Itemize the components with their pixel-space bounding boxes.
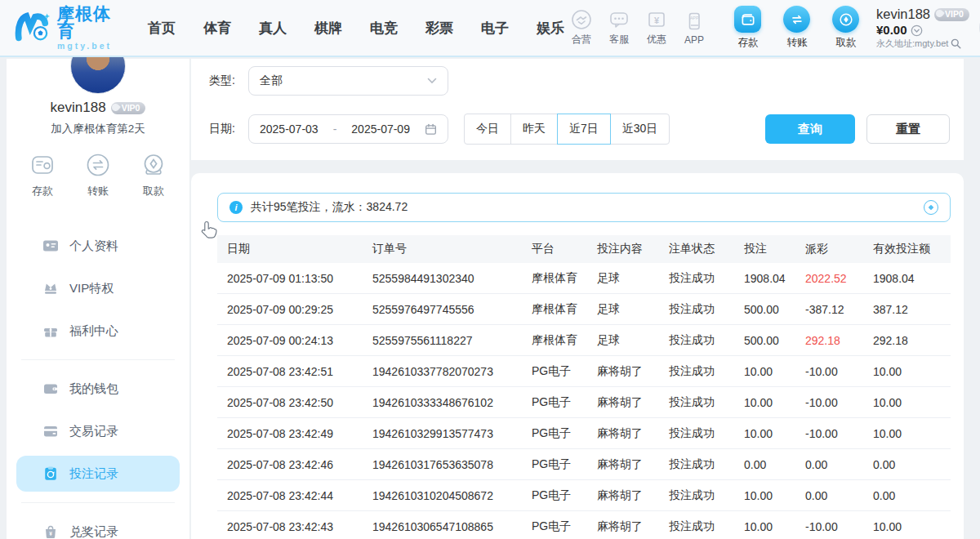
sidebar-withdraw-button[interactable]: 取款 xyxy=(139,150,168,198)
phone-icon: APP xyxy=(684,11,705,32)
cell-valid-bet: 292.18 xyxy=(873,334,941,347)
range-30days-button[interactable]: 近30日 xyxy=(610,114,670,145)
summary-bar: i 共计95笔投注，流水：3824.72 xyxy=(217,193,951,222)
sidebar-item-bet-records[interactable]: 投注记录 xyxy=(16,456,180,492)
nav-item-home[interactable]: 首页 xyxy=(148,19,176,38)
deposit-button[interactable]: 存款 xyxy=(729,6,767,50)
scroll-to-top-icon[interactable] xyxy=(924,200,938,215)
cell-valid-bet: 10.00 xyxy=(873,365,941,378)
magnifier-icon[interactable] xyxy=(951,38,961,49)
type-select-value: 全部 xyxy=(260,74,283,88)
sidebar: kevin188 VIP0 加入摩根体育第2天 存款 xyxy=(7,59,190,539)
reset-button[interactable]: 重置 xyxy=(866,114,950,144)
range-yesterday-button[interactable]: 昨天 xyxy=(510,114,558,145)
support-link[interactable]: 客服 xyxy=(602,9,636,47)
navbar-right: 合营 客服 ¥ 优惠 xyxy=(564,6,980,50)
nav-item-casino[interactable]: 娱乐 xyxy=(537,19,564,38)
gift-bag-icon: ¥ xyxy=(42,523,59,539)
nav-item-esports[interactable]: 电竞 xyxy=(370,19,398,38)
nav-item-lottery[interactable]: 彩票 xyxy=(425,19,453,38)
cell-valid-bet: 0.00 xyxy=(873,489,941,502)
cell-valid-bet: 0.00 xyxy=(873,458,941,471)
cell-payout: -387.12 xyxy=(805,303,873,316)
app-label: APP xyxy=(684,34,704,46)
cell-content: 足球 xyxy=(597,302,669,317)
type-filter-label: 类型: xyxy=(209,74,248,88)
sidebar-item-profile[interactable]: 个人资料 xyxy=(16,228,180,264)
cell-order-no: 1942610333348676102 xyxy=(372,396,532,409)
quick-range-group: 今日 昨天 近7日 近30日 xyxy=(464,114,670,145)
cell-order-no: 5255976497745556 xyxy=(372,303,532,316)
cell-platform: PG电子 xyxy=(532,457,597,472)
username: kevin188 xyxy=(876,6,930,23)
sidebar-item-label: 福利中心 xyxy=(69,323,118,339)
range-7days-button[interactable]: 近7日 xyxy=(557,114,611,145)
partner-label: 合营 xyxy=(572,33,591,47)
sidebar-deposit-button[interactable]: 存款 xyxy=(28,150,57,198)
site-address: 永久地址:mgty.bet xyxy=(876,38,948,50)
cell-content: 足球 xyxy=(597,271,669,286)
menu-divider xyxy=(21,359,175,360)
sidebar-item-wallet[interactable]: 我的钱包 xyxy=(16,371,180,407)
cell-platform: 摩根体育 xyxy=(532,271,597,286)
table-header-cell: 日期 xyxy=(227,242,372,256)
sidebar-transfer-button[interactable]: 转账 xyxy=(83,150,113,198)
cell-valid-bet: 387.12 xyxy=(873,303,941,316)
transfer-icon xyxy=(783,6,810,33)
cell-content: 麻将胡了 xyxy=(597,426,669,441)
transfer-button[interactable]: 转账 xyxy=(778,6,816,50)
svg-text:APP: APP xyxy=(690,15,699,20)
cell-payout: -10.00 xyxy=(805,396,873,409)
id-card-icon xyxy=(42,238,59,254)
transfer-outline-icon xyxy=(83,150,113,180)
table-row: 2025-07-09 00:24:13 5255975561118227 摩根体… xyxy=(217,325,951,356)
deposit-outline-icon xyxy=(28,150,57,180)
date-separator: - xyxy=(333,122,337,136)
cell-order-no: 1942610317653635078 xyxy=(372,458,532,471)
promo-link[interactable]: ¥ 优惠 xyxy=(639,9,674,47)
sidebar-item-label: 兑奖记录 xyxy=(69,524,118,539)
site-logo[interactable]: 摩根体育 mgty.bet xyxy=(15,5,112,51)
sidebar-item-welfare[interactable]: 福利中心 xyxy=(16,313,180,349)
cell-bet: 10.00 xyxy=(744,427,805,440)
table-header-cell: 订单号 xyxy=(372,242,532,256)
deposit-label: 存款 xyxy=(737,36,758,50)
balance-amount: ¥0.00 xyxy=(876,23,907,38)
sidebar-item-redeem-records[interactable]: ¥ 兑奖记录 xyxy=(16,514,180,539)
date-end-value: 2025-07-09 xyxy=(351,122,410,136)
partner-link[interactable]: 合营 xyxy=(564,9,599,47)
transactions-icon xyxy=(42,423,59,439)
query-button[interactable]: 查询 xyxy=(765,114,855,144)
date-range-picker[interactable]: 2025-07-03 - 2025-07-09 xyxy=(248,114,448,144)
cell-status: 投注成功 xyxy=(669,271,744,286)
app-link[interactable]: APP APP xyxy=(677,11,711,46)
user-info[interactable]: kevin188 VIP0 ¥0.00 永久地址:mgty.bet xyxy=(876,6,969,49)
cell-bet: 10.00 xyxy=(744,396,805,409)
nav-item-cards[interactable]: 棋牌 xyxy=(314,19,342,38)
support-label: 客服 xyxy=(609,33,629,47)
nav-item-live[interactable]: 真人 xyxy=(259,19,287,38)
date-filter-label: 日期: xyxy=(209,122,248,136)
cell-content: 足球 xyxy=(597,333,669,348)
cell-status: 投注成功 xyxy=(669,426,744,441)
nav-item-sports[interactable]: 体育 xyxy=(203,19,231,38)
sidebar-item-vip[interactable]: VIP特权 xyxy=(16,270,180,306)
cell-status: 投注成功 xyxy=(669,457,744,472)
cell-valid-bet: 10.00 xyxy=(873,427,941,440)
cell-date: 2025-07-09 00:24:13 xyxy=(227,334,372,347)
cell-status: 投注成功 xyxy=(669,519,744,534)
balance-refresh-icon[interactable] xyxy=(911,24,923,37)
nav-item-slots[interactable]: 电子 xyxy=(481,19,509,38)
cell-platform: PG电子 xyxy=(532,426,597,441)
type-select[interactable]: 全部 xyxy=(248,66,448,96)
cell-bet: 1908.04 xyxy=(744,272,805,285)
cell-platform: PG电子 xyxy=(532,519,597,534)
cell-payout: 0.00 xyxy=(805,489,873,502)
withdraw-button[interactable]: 取款 xyxy=(827,6,865,50)
cell-bet: 10.00 xyxy=(744,520,805,533)
sidebar-item-transactions[interactable]: 交易记录 xyxy=(16,413,180,449)
cell-order-no: 1942610306547108865 xyxy=(372,520,532,533)
cell-bet: 10.00 xyxy=(744,489,805,502)
sidebar-item-label: 个人资料 xyxy=(69,238,118,254)
range-today-button[interactable]: 今日 xyxy=(464,114,511,145)
